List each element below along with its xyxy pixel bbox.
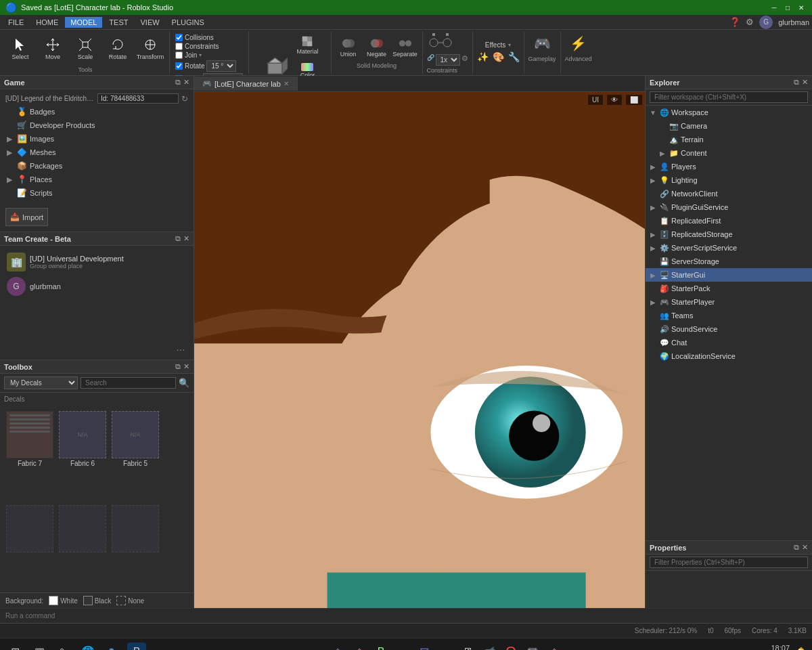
taskbar-app4[interactable]: ● bbox=[393, 643, 412, 651]
help-icon[interactable]: ❓ bbox=[729, 17, 740, 27]
exp-content[interactable]: ▶ 📁 Content bbox=[646, 146, 812, 160]
join-checkbox[interactable] bbox=[175, 51, 183, 59]
game-id-input[interactable] bbox=[97, 93, 179, 104]
team-more-icon[interactable]: … bbox=[176, 342, 185, 353]
taskbar-app5[interactable]: ▽ bbox=[415, 643, 434, 651]
taskbar-app3[interactable]: B bbox=[371, 643, 390, 651]
decal-fabric6[interactable]: N/A Fabric 6 bbox=[58, 411, 107, 501]
game-panel-expand-btn[interactable]: ⧉ bbox=[175, 78, 181, 87]
bg-black-option[interactable]: Black bbox=[83, 596, 111, 605]
ui-button[interactable]: UI bbox=[588, 95, 603, 105]
join-dropdown-icon[interactable]: ▾ bbox=[199, 52, 202, 58]
taskbar-notification-icon[interactable]: 🔔 bbox=[795, 647, 807, 651]
character-viewport[interactable]: UI 👁 ⬜ bbox=[194, 92, 645, 608]
minimize-button[interactable]: ─ bbox=[769, 2, 780, 13]
effect2-icon[interactable]: 🎨 bbox=[493, 51, 504, 62]
transform-button[interactable]: Transform bbox=[135, 32, 165, 65]
tree-images[interactable]: ▶ 🖼️ Images bbox=[0, 132, 194, 146]
taskbar-app8[interactable]: 📹 bbox=[480, 643, 499, 651]
tree-places[interactable]: ▶ 📍 Places bbox=[0, 173, 194, 186]
taskbar-explorer-icon[interactable]: 🗂 bbox=[54, 643, 73, 651]
refresh-icon[interactable]: ↻ bbox=[181, 94, 188, 104]
effects-dropdown-icon[interactable]: ▾ bbox=[508, 42, 511, 48]
rotate-button[interactable]: Rotate bbox=[103, 32, 133, 65]
constraints-checkbox[interactable] bbox=[175, 43, 183, 50]
exp-replicatedfirst[interactable]: 📋 ReplicatedFirst bbox=[646, 214, 812, 228]
menu-view[interactable]: VIEW bbox=[135, 17, 164, 28]
start-button[interactable]: ⊞ bbox=[5, 643, 24, 651]
toolbox-category-select[interactable]: My Decals bbox=[4, 376, 78, 389]
menu-home[interactable]: HOME bbox=[30, 17, 64, 28]
taskbar-task-view[interactable]: ▦ bbox=[30, 643, 49, 651]
bg-white-option[interactable]: White bbox=[49, 596, 78, 605]
command-input[interactable] bbox=[5, 612, 807, 620]
team-org-item[interactable]: 🏢 [UD] Universal Development Group owned… bbox=[4, 250, 189, 274]
exp-players[interactable]: ▶ 👤 Players bbox=[646, 160, 812, 173]
viewport-expand-btn[interactable]: ⬜ bbox=[626, 95, 642, 105]
tree-developerproducts[interactable]: 🛒 Developer Products bbox=[0, 118, 194, 132]
decal-fabric5[interactable]: N/A Fabric 5 bbox=[111, 411, 160, 501]
toolbox-search-button[interactable]: 🔍 bbox=[179, 378, 189, 388]
toolbox-close-btn[interactable]: ✕ bbox=[183, 362, 189, 371]
taskbar-app6[interactable]: ● bbox=[436, 643, 455, 651]
move-button[interactable]: Move bbox=[38, 32, 68, 65]
exp-camera[interactable]: 📷 Camera bbox=[646, 119, 812, 133]
properties-expand-btn[interactable]: ⧉ bbox=[794, 543, 799, 552]
tree-packages[interactable]: 📦 Packages bbox=[0, 159, 194, 173]
toolbox-search-input[interactable] bbox=[81, 377, 176, 389]
import-button[interactable]: 📥 Import bbox=[5, 208, 48, 226]
tree-badges[interactable]: 🏅 Badges bbox=[0, 105, 194, 118]
explorer-expand-btn[interactable]: ⧉ bbox=[794, 78, 799, 87]
exp-pluginguiservice[interactable]: ▶ 🔌 PluginGuiService bbox=[646, 200, 812, 214]
settings-icon[interactable]: ⚙ bbox=[746, 17, 754, 27]
effect3-icon[interactable]: 🔧 bbox=[508, 51, 520, 62]
exp-lighting[interactable]: ▶ 💡 Lighting bbox=[646, 173, 812, 187]
team-close-btn[interactable]: ✕ bbox=[183, 234, 189, 243]
exp-serverscriptservice[interactable]: ▶ ⚙️ ServerScriptService bbox=[646, 241, 812, 255]
effect1-icon[interactable]: ✨ bbox=[477, 51, 489, 62]
menu-file[interactable]: FILE bbox=[3, 17, 29, 28]
exp-chat[interactable]: 💬 Chat bbox=[646, 336, 812, 349]
separate-button[interactable]: Separate bbox=[392, 32, 418, 61]
decal-placeholder2[interactable] bbox=[58, 505, 107, 588]
explorer-close-btn[interactable]: ✕ bbox=[802, 78, 808, 87]
team-expand-btn[interactable]: ⧉ bbox=[175, 234, 181, 243]
explorer-filter-input[interactable] bbox=[650, 91, 808, 103]
game-panel-close-btn[interactable]: ✕ bbox=[183, 78, 189, 87]
tree-scripts[interactable]: 📝 Scripts bbox=[0, 186, 194, 200]
tree-meshes[interactable]: ▶ 🔷 Meshes bbox=[0, 146, 194, 159]
decal-placeholder3[interactable] bbox=[111, 505, 160, 588]
taskbar-app9[interactable]: O bbox=[501, 643, 520, 651]
exp-teams[interactable]: 👥 Teams bbox=[646, 309, 812, 322]
viewport-tab-charlabor[interactable]: 🎮 [LotE] Character lab ✕ bbox=[194, 77, 298, 91]
taskbar-icon2[interactable]: B bbox=[127, 643, 146, 651]
exp-terrain[interactable]: 🏔️ Terrain bbox=[646, 133, 812, 146]
exp-starterplayer[interactable]: ▶ 🎮 StarterPlayer bbox=[646, 295, 812, 309]
rotate-snap-select[interactable]: 15 ° bbox=[206, 60, 236, 72]
viewport-tab-close-btn[interactable]: ✕ bbox=[284, 80, 289, 87]
decal-fabric7[interactable]: Fabric 7 bbox=[5, 411, 54, 501]
rotate-snap-checkbox[interactable] bbox=[175, 62, 183, 70]
decal-placeholder1[interactable] bbox=[5, 505, 54, 588]
menu-test[interactable]: TEST bbox=[104, 17, 133, 28]
taskbar-app7[interactable]: 🖥 bbox=[458, 643, 477, 651]
user-item-glurbman[interactable]: G glurbman bbox=[4, 274, 189, 299]
exp-soundservice[interactable]: 🔊 SoundService bbox=[646, 322, 812, 336]
exp-starterpack[interactable]: 🎒 StarterPack bbox=[646, 282, 812, 295]
properties-filter-input[interactable] bbox=[650, 557, 808, 568]
exp-serverstorage[interactable]: 💾 ServerStorage bbox=[646, 255, 812, 268]
properties-close-btn[interactable]: ✕ bbox=[802, 543, 808, 552]
menu-model[interactable]: MODEL bbox=[65, 17, 102, 28]
bg-none-option[interactable]: None bbox=[116, 596, 144, 605]
viewport-eye-btn[interactable]: 👁 bbox=[607, 95, 622, 105]
select-button[interactable]: Select bbox=[5, 32, 35, 65]
material-button[interactable]: Material bbox=[294, 32, 321, 57]
taskbar-app11[interactable]: ◇ bbox=[545, 643, 564, 651]
close-button[interactable]: ✕ bbox=[796, 2, 807, 13]
taskbar-icon1[interactable]: 🎭 bbox=[103, 643, 122, 651]
maximize-button[interactable]: □ bbox=[782, 2, 793, 13]
taskbar-app2[interactable]: ◇ bbox=[350, 643, 369, 651]
exp-startergui[interactable]: ▶ 🖥️ StarterGui bbox=[646, 268, 812, 282]
taskbar-app10[interactable]: 🎮 bbox=[523, 643, 542, 651]
collisions-checkbox[interactable] bbox=[175, 34, 183, 41]
